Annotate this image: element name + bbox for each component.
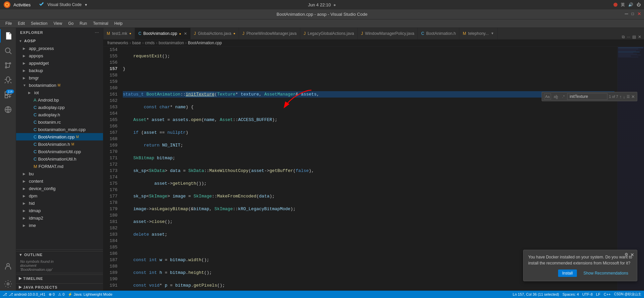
tab-windowmanagerpolicy[interactable]: J WindowManagerPolicy.java	[358, 28, 418, 39]
tree-folder-app_process[interactable]: ▶ app_process	[16, 45, 103, 52]
menu-file[interactable]: File	[3, 20, 14, 26]
tree-file-bootanimationutil-h[interactable]: C BootAnimationUtil.h	[16, 155, 103, 163]
activities-label[interactable]: Activities	[13, 2, 31, 7]
timeline-header[interactable]: ▶ TIMELINE	[16, 275, 103, 282]
status-encoding[interactable]: UTF-8	[582, 292, 593, 296]
status-position[interactable]: Ln 157, Col 36 (11 selected)	[513, 292, 559, 296]
tree-folder-bmgr[interactable]: ▶ bmgr	[16, 74, 103, 81]
status-warnings[interactable]: ⚠ 0	[58, 292, 64, 297]
notification-close-icon[interactable]: ✕	[630, 252, 634, 257]
show-recommendations-button[interactable]: Show Recommendations	[580, 270, 632, 277]
activity-remote[interactable]	[0, 103, 16, 116]
activity-user[interactable]	[0, 260, 16, 273]
tree-folder-backup[interactable]: ▶ backup	[16, 67, 103, 74]
tree-folder-bootanimation[interactable]: ▼ bootanimation M	[16, 81, 103, 89]
tree-folder-device-config[interactable]: ▶ device_config	[16, 185, 103, 192]
status-csdn[interactable]: CSDN @职业山主	[614, 292, 641, 297]
tree-file-bootanim-rc[interactable]: C bootanim.rc	[16, 118, 103, 126]
battery-icon[interactable]: ⏻	[637, 2, 641, 7]
tree-file-audioplay-cpp[interactable]: C audioplay.cpp	[16, 104, 103, 111]
tree-file-android-bp[interactable]: A Android.bp	[16, 96, 103, 104]
bc-bootanimation[interactable]: bootanimation	[159, 41, 184, 45]
sidebar-menu-icon[interactable]: ···	[95, 31, 99, 35]
minimize-icon[interactable]: ─	[625, 11, 628, 16]
lang-icon[interactable]: 英	[621, 2, 625, 8]
menu-help[interactable]: Help	[112, 20, 126, 26]
bc-cmds[interactable]: cmds	[145, 41, 155, 45]
menu-selection[interactable]: Selection	[28, 20, 50, 26]
status-language[interactable]: C++	[604, 292, 611, 296]
tree-file-bootanimation-main[interactable]: C bootanimation_main.cpp	[16, 126, 103, 133]
status-errors[interactable]: ⊗ 0	[49, 292, 55, 297]
tree-folder-content[interactable]: ▶ content	[16, 177, 103, 185]
tab-close-icon[interactable]: ✕	[184, 32, 187, 36]
tree-folder-dpm[interactable]: ▶ dpm	[16, 192, 103, 199]
close-icon[interactable]: ✕	[637, 11, 641, 16]
tree-folder-hid[interactable]: ▶ hid	[16, 199, 103, 207]
bc-frameworks[interactable]: frameworks	[107, 41, 128, 45]
firefox-icon[interactable]	[3, 1, 11, 8]
tree-folder-idmap[interactable]: ▶ idmap	[16, 207, 103, 214]
status-eol[interactable]: LF	[596, 292, 600, 296]
menu-go[interactable]: Go	[65, 20, 76, 26]
tab-legacyglobalactions[interactable]: J LegacyGlobalActions.java	[300, 28, 358, 39]
dropdown-arrow[interactable]: ▼	[84, 3, 88, 7]
tree-folder-ime[interactable]: ▶ ime	[16, 222, 103, 229]
status-dot: ●	[333, 2, 336, 7]
close-app-icon[interactable]	[613, 3, 617, 7]
svg-point-5	[5, 63, 7, 64]
find-whole-word-icon[interactable]: ab̲	[552, 94, 559, 100]
outline-header[interactable]: ▼ OUTLINE	[16, 251, 103, 258]
menu-edit[interactable]: Edit	[15, 20, 28, 26]
status-spaces[interactable]: Spaces: 4	[562, 292, 579, 296]
tree-folder-iot[interactable]: ▶ iot	[16, 89, 103, 96]
sound-icon[interactable]: 🔊	[628, 2, 633, 7]
maximize-icon[interactable]: □	[632, 11, 634, 16]
tree-file-bootanimation-cpp[interactable]: C BootAnimation.cpp M	[16, 133, 103, 140]
activity-search[interactable]	[0, 44, 16, 57]
tab-phonewindowmanager[interactable]: J PhoneWindowManager.java	[239, 28, 300, 39]
bc-file[interactable]: BootAnimation.cpp	[188, 41, 222, 45]
find-match-case-icon[interactable]: Aa	[544, 94, 551, 100]
tab-test1-mk[interactable]: M test1.mk ●	[103, 28, 135, 39]
activity-settings[interactable]	[0, 277, 16, 291]
menu-terminal[interactable]: Terminal	[90, 20, 111, 26]
bc-base[interactable]: base	[132, 41, 141, 45]
activity-debug[interactable]	[0, 73, 16, 87]
tab-bootanimation-cpp[interactable]: C BootAnimation.cpp ● ✕	[135, 28, 190, 39]
tree-file-audioplay-h[interactable]: C audioplay.h	[16, 111, 103, 118]
tree-folder-idmap2[interactable]: ▶ idmap2	[16, 214, 103, 222]
status-branch[interactable]: ⎇ ⎇ android-10.0.0_r41	[3, 292, 45, 297]
notification-gear-icon[interactable]: ⚙	[625, 252, 628, 257]
find-next-icon[interactable]: ↓	[623, 94, 626, 99]
find-prev-icon[interactable]: ↑	[620, 94, 622, 99]
tree-folder-bu[interactable]: ▶ bu	[16, 170, 103, 177]
find-close-icon[interactable]: ✕	[631, 94, 635, 99]
tree-file-bootanimation-h[interactable]: C BootAnimation.h M	[16, 140, 103, 148]
install-button[interactable]: Install	[558, 270, 577, 277]
layout-icon[interactable]: ▤	[632, 35, 636, 39]
status-java-mode[interactable]: ⚡ Java: Lightweight Mode	[68, 292, 112, 297]
tab-globalactions-java[interactable]: J GlobalActions.java ●	[191, 28, 239, 39]
tab-telephony[interactable]: M telephony... ▼	[459, 28, 498, 39]
more-actions-icon[interactable]: ···	[627, 35, 630, 39]
split-editor-icon[interactable]: ⧉	[622, 35, 625, 39]
find-input[interactable]	[567, 93, 607, 100]
find-select-all-icon[interactable]: ☰	[627, 95, 630, 99]
find-regex-icon[interactable]: .*	[561, 94, 566, 100]
java-projects-header[interactable]: ▶ JAVA PROJECTS	[16, 283, 103, 291]
activity-git[interactable]	[0, 59, 16, 72]
menu-view[interactable]: View	[51, 20, 65, 26]
close-panel-icon[interactable]: ✕	[638, 35, 641, 39]
tree-folder-appops[interactable]: ▶ appops	[16, 52, 103, 59]
tree-file-format-md[interactable]: M FORMAT.md	[16, 163, 103, 170]
svg-point-12	[7, 263, 9, 266]
tab-bootanimation-h[interactable]: C BootAnimation.h	[418, 28, 459, 39]
tree-file-bootanimationutil-cpp[interactable]: C BootAnimationUtil.cpp	[16, 148, 103, 155]
tree-root-aosp[interactable]: ▼ AOSP	[16, 37, 103, 45]
sidebar-header: EXPLORER ···	[16, 28, 103, 37]
activity-extensions[interactable]: 116	[0, 88, 16, 102]
activity-explorer[interactable]	[0, 29, 16, 43]
tree-folder-appwidget[interactable]: ▶ appwidget	[16, 59, 103, 67]
menu-run[interactable]: Run	[77, 20, 90, 26]
